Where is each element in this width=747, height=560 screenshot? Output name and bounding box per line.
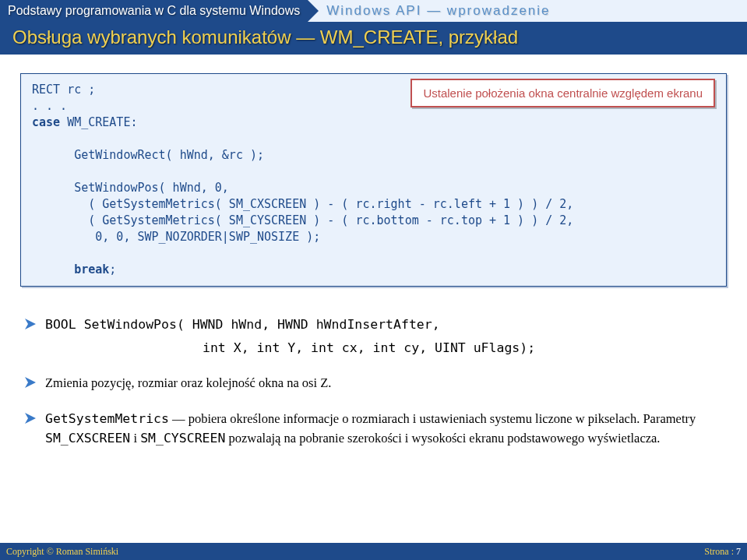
bullet-list: BOOL SetWindowPos( HWND hWnd, HWND hWndI…	[20, 315, 727, 449]
breadcrumb-bar: Podstawy programowania w C dla systemu W…	[0, 0, 747, 22]
chevron-right-icon	[308, 0, 319, 22]
bullet-item: BOOL SetWindowPos( HWND hWnd, HWND hWndI…	[23, 315, 724, 357]
code-inline: SM_CYSCREEN	[140, 431, 225, 446]
page-title: Obsługa wybranych komunikatów — WM_CREAT…	[0, 22, 747, 55]
code-line: ( GetSystemMetrics( SM_CYSCREEN ) - ( rc…	[32, 213, 573, 227]
code-line: GetWindowRect( hWnd, &rc );	[32, 148, 264, 162]
code-keyword: break	[32, 262, 109, 276]
code-line: . . .	[32, 99, 67, 113]
svg-marker-2	[25, 413, 36, 424]
bullet-arrow-icon	[23, 375, 37, 389]
code-line: WM_CREATE:	[60, 115, 137, 129]
code-line: RECT rc ;	[32, 83, 95, 97]
code-block: RECT rc ; . . . case WM_CREATE: GetWindo…	[20, 73, 727, 287]
code-inline: GetSystemMetrics	[45, 411, 169, 426]
bullet-item: Zmienia pozycję, rozmiar oraz kolejność …	[23, 373, 724, 393]
bullet-arrow-icon	[23, 411, 37, 425]
bullet-text: Zmienia pozycję, rozmiar oraz kolejność …	[45, 373, 331, 393]
code-inline: SM_CXSCREEN	[45, 431, 130, 446]
callout-box: Ustalenie położenia okna centralnie wzgl…	[410, 79, 715, 107]
code-line: ( GetSystemMetrics( SM_CXSCREEN ) - ( rc…	[32, 197, 573, 211]
breadcrumb-section: Windows API — wprowadzenie	[319, 0, 747, 22]
bullet-text: GetSystemMetrics — pobiera określone inf…	[45, 409, 724, 449]
main-content: RECT rc ; . . . case WM_CREATE: GetWindo…	[0, 55, 747, 449]
page-number: Strona : 7	[704, 546, 741, 558]
code-signature-line1: BOOL SetWindowPos( HWND hWnd, HWND hWndI…	[45, 317, 440, 332]
code-keyword: case	[32, 115, 60, 129]
code-line: ;	[109, 262, 116, 276]
code-signature-line2: int X, int Y, int cx, int cy, UINT uFlag…	[45, 338, 535, 358]
svg-marker-0	[25, 319, 36, 329]
svg-marker-1	[25, 377, 36, 388]
code-line: SetWindowPos( hWnd, 0,	[32, 181, 229, 195]
copyright: Copyright © Roman Simiński	[6, 546, 118, 558]
code-line: 0, 0, SWP_NOZORDER|SWP_NOSIZE );	[32, 230, 320, 244]
bullet-item: GetSystemMetrics — pobiera określone inf…	[23, 409, 724, 449]
bullet-arrow-icon	[23, 317, 37, 331]
bullet-text: BOOL SetWindowPos( HWND hWnd, HWND hWndI…	[45, 315, 535, 357]
footer-bar: Copyright © Roman Simiński Strona : 7	[0, 543, 747, 560]
breadcrumb-course: Podstawy programowania w C dla systemu W…	[0, 0, 308, 22]
